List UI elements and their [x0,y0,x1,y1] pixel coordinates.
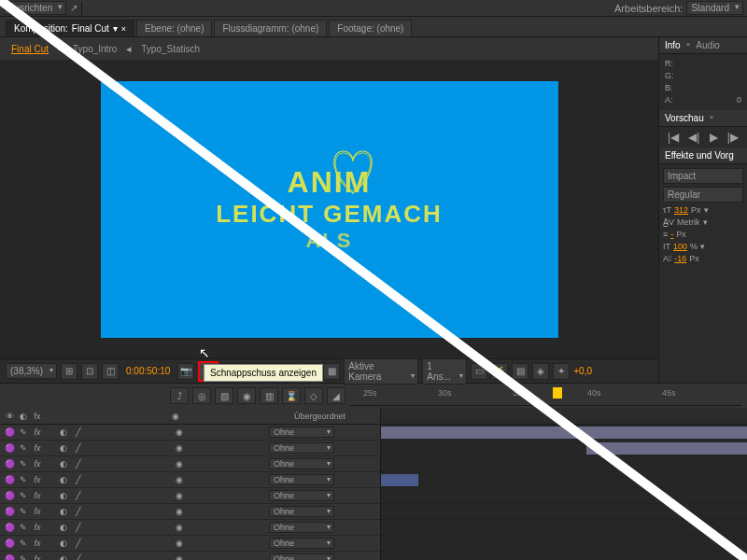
fx-icon[interactable]: fx [32,475,43,484]
brainstorm-button[interactable]: ⌛ [282,387,301,404]
kerning-value[interactable]: Metrik [677,217,700,227]
quality-icon[interactable]: ╱ [72,523,83,532]
lock-icon[interactable]: ✎ [18,507,29,516]
tab-composition[interactable]: Komposition: Final Cut ▾ × [6,20,134,36]
views-dropdown[interactable]: 1 Ans... [422,358,467,385]
font-size-value[interactable]: 312 [674,205,688,215]
parent-dropdown[interactable]: Ohne [269,490,334,501]
collapse-icon[interactable]: ◐ [58,539,69,548]
layer-row[interactable]: 🟣 ✎ fx ◐ ╱ ◉ Ohne [0,456,380,472]
parent-dropdown[interactable]: Ohne [269,427,334,438]
track-row[interactable] [381,520,747,536]
tab-dropdown-icon[interactable]: ▾ [113,23,118,34]
collapse-icon[interactable]: ◐ [58,443,69,453]
lock-icon[interactable]: ✎ [18,475,29,484]
track-row[interactable] [381,536,747,552]
motion-blur-button[interactable]: ◉ [237,387,256,404]
collapse-icon[interactable]: ◐ [58,523,69,532]
av-icon[interactable]: 🟣 [4,491,15,500]
quality-icon[interactable]: ╱ [72,427,83,437]
av-icon[interactable]: 🟣 [4,443,15,453]
av-icon[interactable]: 🟣 [4,475,15,484]
fx-icon[interactable]: fx [32,443,43,453]
av-icon[interactable]: 🟣 [4,507,15,516]
grid-toggle-button[interactable]: ⊞ [61,363,78,380]
layer-row[interactable]: 🟣 ✎ fx ◐ ╱ ◉ Ohne [0,425,380,441]
tab-footage[interactable]: Footage: (ohne) [329,20,412,36]
time-display[interactable]: 0:00:50:10 [122,366,174,376]
blend-button[interactable]: ▧ [215,387,233,404]
baseline-value[interactable]: -16 [674,254,686,263]
preview-area[interactable]: ANIM LEICHT GEMACH ALS [0,60,658,358]
lock-icon[interactable]: ✎ [18,539,29,548]
prev-frame-button[interactable]: ◀| [688,131,699,144]
quality-icon[interactable]: ╱ [72,443,83,453]
play-button[interactable]: ▶ [710,131,718,144]
info-tab[interactable]: Info [665,40,681,50]
shy-button[interactable]: ⤴ [170,387,189,404]
fx-icon[interactable]: fx [32,427,43,437]
guides-toggle-button[interactable]: ⊡ [81,363,98,380]
font-family-dropdown[interactable]: Impact [663,168,743,184]
fx-icon[interactable]: fx [32,523,43,532]
lock-icon[interactable]: ✎ [18,523,29,532]
blend-switch-icon[interactable]: ◉ [174,539,185,548]
lock-icon[interactable]: ✎ [18,491,29,500]
timeline-button[interactable]: ▤ [512,363,529,380]
layer-row[interactable]: 🟣 ✎ fx ◐ ╱ ◉ Ohne [0,441,380,456]
track-row[interactable] [381,488,747,504]
blend-switch-icon[interactable]: ◉ [174,443,185,453]
vscale-value[interactable]: 100 [673,242,687,251]
snapshot-button[interactable]: 📷 [177,363,194,380]
first-frame-button[interactable]: |◀ [668,131,679,144]
subtab-typostatisch[interactable]: Typo_Statisch [135,41,205,57]
audio-tab[interactable]: Audio [696,40,720,50]
arrow-icon[interactable]: ↗ [70,3,78,13]
camera-dropdown[interactable]: Aktive Kamera [344,358,418,385]
blend-switch-icon[interactable]: ◉ [174,427,185,437]
fx-icon[interactable]: fx [32,539,43,548]
blend-switch-icon[interactable]: ◉ [174,491,185,500]
track-row[interactable] [381,456,747,472]
blend-switch-icon[interactable]: ◉ [174,459,185,469]
fx-icon[interactable]: fx [32,554,43,560]
align-dropdown[interactable]: Ausrichten [4,1,66,15]
collapse-icon[interactable]: ◐ [58,554,69,560]
parent-dropdown[interactable]: Ohne [269,458,334,469]
dropdown-icon[interactable]: ▾ [700,242,705,251]
collapse-icon[interactable]: ◐ [58,459,69,469]
layer-row[interactable]: 🟣 ✎ fx ◐ ╱ ◉ Ohne [0,520,380,536]
layer-row[interactable]: 🟣 ✎ fx ◐ ╱ ◉ Ohne [0,536,380,552]
reset-exposure-button[interactable]: ✦ [553,363,570,380]
layer-row[interactable]: 🟣 ✎ fx ◐ ╱ ◉ Ohne [0,488,380,504]
av-icon[interactable]: 🟣 [4,554,15,560]
preview-canvas[interactable]: ANIM LEICHT GEMACH ALS [101,81,558,338]
mini-ruler[interactable]: 25s 30s 35s 40s 45s [349,385,741,406]
av-icon[interactable]: 🟣 [4,459,15,469]
lock-icon[interactable]: ✎ [18,459,29,469]
chevron-left-icon[interactable]: ◂ [58,43,63,55]
parent-dropdown[interactable]: Ohne [269,506,334,517]
auto-keyframe-button[interactable]: ◇ [304,387,323,404]
collapse-icon[interactable]: ◐ [58,427,69,437]
lock-icon[interactable]: ✎ [18,554,29,560]
track-row[interactable] [381,552,747,560]
parent-dropdown[interactable]: Ohne [269,538,334,549]
quality-icon[interactable]: ╱ [72,491,83,500]
transparency-grid-button[interactable]: ▦ [323,363,340,380]
parent-dropdown[interactable]: Ohne [269,474,334,485]
av-icon[interactable]: 🟣 [4,523,15,532]
flowchart-button[interactable]: ◈ [532,363,549,380]
chevron-left-icon[interactable]: ◂ [126,43,132,55]
switches-button[interactable]: ◎ [192,387,211,404]
collapse-icon[interactable]: ◐ [58,475,69,484]
collapse-icon[interactable]: ◐ [58,507,69,516]
next-frame-button[interactable]: |▶ [727,131,739,144]
tab-layer[interactable]: Ebene: (ohne) [136,20,212,36]
tab-flowchart[interactable]: Flussdiagramm: (ohne) [214,20,327,36]
exposure-value[interactable]: +0,0 [573,366,592,376]
subtab-typointro[interactable]: Typo_Intro [67,41,122,57]
pixel-aspect-button[interactable]: ▭ [471,363,487,380]
close-icon[interactable]: × [121,24,126,34]
track-row[interactable] [381,441,747,456]
